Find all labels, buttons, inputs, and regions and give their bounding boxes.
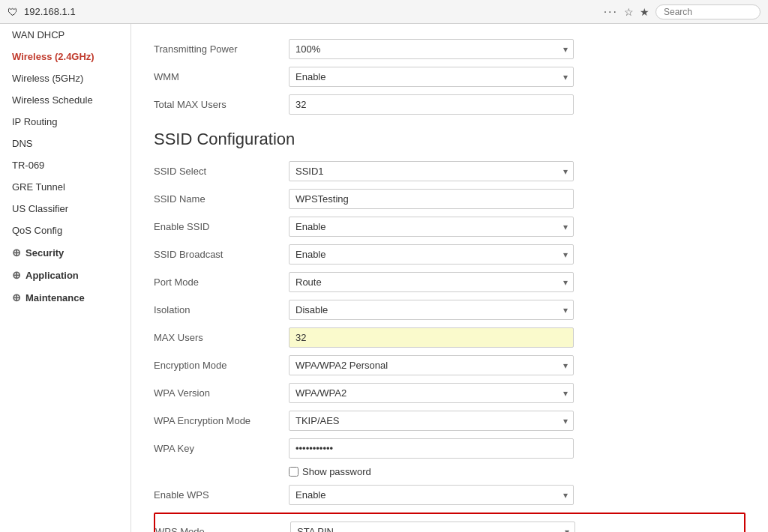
- isolation-label: Isolation: [154, 304, 289, 315]
- show-password-row: Show password: [289, 466, 746, 477]
- show-password-label[interactable]: Show password: [302, 466, 371, 477]
- ssid-select-label: SSID Select: [154, 166, 289, 177]
- sidebar-label-wireless-schedule: Wireless Schedule: [12, 94, 93, 106]
- transmitting-power-row: Transmitting Power 100%: [154, 39, 746, 59]
- transmitting-power-label: Transmitting Power: [154, 43, 289, 55]
- main-content: Transmitting Power 100% WMM Enable: [131, 24, 768, 532]
- bookmark-icon[interactable]: ☆: [624, 6, 634, 18]
- wpa-version-select[interactable]: WPA/WPA2: [289, 383, 574, 403]
- port-mode-row: Port Mode Route: [154, 272, 746, 292]
- sidebar-label-tr069: TR-069: [12, 160, 44, 171]
- wpa-version-row: WPA Version WPA/WPA2: [154, 383, 746, 403]
- browser-search-input[interactable]: [656, 4, 760, 19]
- ssid-name-input[interactable]: [289, 189, 574, 209]
- sidebar-label-dns: DNS: [12, 138, 32, 149]
- isolation-row: Isolation Disable: [154, 300, 746, 320]
- sidebar-item-wan-dhcp[interactable]: WAN DHCP: [0, 24, 130, 46]
- wpa-encryption-mode-label: WPA Encryption Mode: [154, 415, 289, 426]
- enable-wps-label: Enable WPS: [154, 489, 289, 501]
- wmm-label: WMM: [154, 71, 289, 82]
- wpa-encryption-mode-row: WPA Encryption Mode TKIP/AES: [154, 411, 746, 431]
- ssid-section-title: SSID Configuration: [154, 130, 746, 149]
- wpa-key-input[interactable]: [289, 438, 574, 459]
- enable-wps-row: Enable WPS Enable: [154, 485, 746, 505]
- sidebar-item-ip-routing[interactable]: IP Routing: [0, 111, 130, 133]
- sidebar-label-us-classifier: US Classifier: [12, 203, 68, 214]
- isolation-select[interactable]: Disable: [289, 300, 574, 320]
- ssid-name-row: SSID Name: [154, 189, 746, 209]
- wps-mode-row: WPS Mode STA PIN: [155, 519, 744, 532]
- sidebar-label-application: Application: [26, 270, 79, 281]
- ssid-select-row: SSID Select SSID1: [154, 161, 746, 181]
- encryption-mode-select[interactable]: WPA/WPA2 Personal: [289, 355, 574, 375]
- shield-icon: 🛡: [8, 6, 18, 18]
- sidebar-item-qos-config[interactable]: QoS Config: [0, 220, 130, 241]
- sidebar-item-application[interactable]: ⊕ Application: [0, 264, 130, 286]
- wps-mode-label: WPS Mode: [155, 526, 290, 532]
- wpa-encryption-mode-select[interactable]: TKIP/AES: [289, 411, 574, 431]
- sidebar-item-dns[interactable]: DNS: [0, 133, 130, 154]
- wpa-version-label: WPA Version: [154, 387, 289, 399]
- sidebar-item-wireless-5[interactable]: Wireless (5GHz): [0, 67, 130, 89]
- ssid-select-dropdown[interactable]: SSID1: [289, 161, 574, 181]
- sidebar-label-security: Security: [26, 247, 64, 259]
- star-icon[interactable]: ★: [640, 6, 650, 18]
- sidebar-label-qos-config: QoS Config: [12, 225, 62, 236]
- wps-highlighted-box: WPS Mode STA PIN PIN Code Number: [154, 513, 746, 532]
- sidebar-item-tr069[interactable]: TR-069: [0, 154, 130, 176]
- port-mode-label: Port Mode: [154, 276, 289, 288]
- sidebar-label-maintenance: Maintenance: [26, 292, 85, 303]
- enable-ssid-label: Enable SSID: [154, 221, 289, 232]
- sidebar-label-wireless-5: Wireless (5GHz): [12, 73, 83, 84]
- encryption-mode-label: Encryption Mode: [154, 360, 289, 371]
- max-users-row: MAX Users: [154, 327, 746, 348]
- wmm-select[interactable]: Enable: [289, 67, 574, 87]
- url-display: 192.168.1.1: [24, 6, 76, 17]
- sidebar-label-wan-dhcp: WAN DHCP: [12, 29, 64, 40]
- max-users-label: MAX Users: [154, 332, 289, 343]
- sidebar-label-ip-routing: IP Routing: [12, 116, 57, 127]
- show-password-checkbox[interactable]: [289, 467, 298, 477]
- total-max-users-input[interactable]: [289, 94, 574, 115]
- security-bullet-icon: ⊕: [12, 247, 21, 259]
- sidebar-item-maintenance[interactable]: ⊕ Maintenance: [0, 286, 130, 309]
- ssid-broadcast-row: SSID Broadcast Enable: [154, 244, 746, 265]
- sidebar: WAN DHCP Wireless (2.4GHz) Wireless (5GH…: [0, 24, 131, 532]
- wps-mode-select[interactable]: STA PIN: [290, 522, 575, 532]
- ssid-name-label: SSID Name: [154, 193, 289, 205]
- maintenance-bullet-icon: ⊕: [12, 291, 21, 303]
- sidebar-item-wireless-schedule[interactable]: Wireless Schedule: [0, 89, 130, 111]
- sidebar-item-security[interactable]: ⊕ Security: [0, 241, 130, 264]
- port-mode-select[interactable]: Route: [289, 272, 574, 292]
- sidebar-label-gre-tunnel: GRE Tunnel: [12, 181, 65, 193]
- sidebar-item-us-classifier[interactable]: US Classifier: [0, 198, 130, 220]
- ssid-broadcast-label: SSID Broadcast: [154, 249, 289, 260]
- enable-ssid-row: Enable SSID Enable: [154, 217, 746, 237]
- sidebar-label-wireless-24: Wireless (2.4GHz): [12, 51, 94, 62]
- encryption-mode-row: Encryption Mode WPA/WPA2 Personal: [154, 355, 746, 375]
- enable-ssid-select[interactable]: Enable: [289, 217, 574, 237]
- max-users-input[interactable]: [289, 327, 574, 348]
- enable-wps-select[interactable]: Enable: [289, 485, 574, 505]
- wpa-key-label: WPA Key: [154, 443, 289, 454]
- application-bullet-icon: ⊕: [12, 269, 21, 281]
- sidebar-item-wireless-24[interactable]: Wireless (2.4GHz): [0, 46, 130, 67]
- menu-dots-icon[interactable]: ···: [604, 5, 618, 19]
- sidebar-item-gre-tunnel[interactable]: GRE Tunnel: [0, 176, 130, 198]
- total-max-users-label: Total MAX Users: [154, 99, 289, 110]
- total-max-users-row: Total MAX Users: [154, 94, 746, 115]
- wpa-key-row: WPA Key: [154, 438, 746, 459]
- transmitting-power-select[interactable]: 100%: [289, 39, 574, 59]
- browser-toolbar: 🛡 192.168.1.1 ··· ☆ ★: [0, 0, 768, 24]
- wmm-row: WMM Enable: [154, 67, 746, 87]
- ssid-broadcast-select[interactable]: Enable: [289, 244, 574, 265]
